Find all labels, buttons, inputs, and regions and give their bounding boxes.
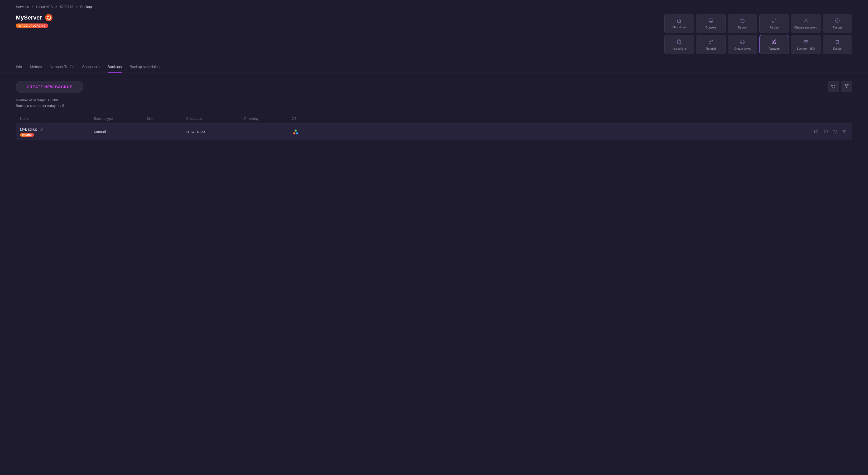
svg-point-9 — [805, 19, 807, 20]
resize-icon — [772, 18, 776, 24]
console-icon — [708, 18, 713, 24]
inline-edit-icon[interactable] — [40, 127, 43, 131]
saving-badge: SAVING — [20, 133, 34, 137]
create-ticket-button[interactable]: Create ticket — [728, 35, 757, 54]
shut-down-icon: ⏻ — [677, 19, 682, 24]
backup-table: Name Backup type Size Created at Price/d… — [16, 114, 852, 140]
breadcrumb-sep-2: > — [55, 5, 58, 9]
col-os: OS — [292, 117, 816, 121]
create-ticket-icon — [740, 39, 745, 46]
tabs-nav: Info Metrics Network Traffic Snapshots B… — [16, 62, 852, 72]
svg-marker-17 — [845, 85, 848, 88]
refresh-button[interactable] — [828, 81, 839, 92]
breadcrumb-current: Backups — [81, 5, 94, 9]
row-actions — [816, 128, 848, 136]
rebuild-icon — [708, 39, 713, 46]
breadcrumb-sep-3: > — [76, 5, 79, 9]
breadcrumb-services[interactable]: Services — [16, 5, 29, 9]
svg-line-8 — [772, 21, 774, 22]
reboot-icon — [740, 18, 745, 24]
tab-info[interactable]: Info — [16, 62, 22, 72]
top-actions: CREATE NEW BACKUP — [16, 81, 852, 93]
svg-point-16 — [804, 41, 805, 42]
boot-from-iso-button[interactable]: Boot from ISO — [791, 35, 820, 54]
change-password-label: Change password — [794, 26, 817, 29]
reboot-button[interactable]: Reboot — [728, 14, 757, 33]
filter-button[interactable] — [841, 81, 852, 92]
breadcrumb-server-id[interactable]: 5203773 — [60, 5, 73, 9]
rescue-label: Rescue — [832, 26, 842, 29]
instructions-label: Instructions — [672, 47, 686, 50]
tab-metrics[interactable]: Metrics — [30, 62, 42, 72]
console-label: Console — [706, 26, 716, 29]
table-row: MyBackup SAVING Manual 2024-07-23 — [16, 123, 852, 140]
server-info: MyServer IMAGE UPLOADING — [16, 14, 53, 28]
col-created-at: Created at — [186, 117, 244, 121]
os-icon — [292, 128, 300, 136]
rename-label: Rename — [769, 47, 780, 50]
change-password-icon — [803, 18, 808, 24]
shut-down-label: Shut down — [672, 26, 686, 29]
svg-point-2 — [50, 18, 51, 19]
ubuntu-icon — [45, 14, 53, 21]
col-backup-type: Backup type — [94, 117, 147, 121]
resize-button[interactable]: Resize — [760, 14, 789, 33]
instructions-icon — [677, 39, 682, 46]
table-header: Name Backup type Size Created at Price/d… — [16, 114, 852, 123]
delete-label: Delete — [833, 47, 842, 50]
main-layout: MyServer IMAGE UPLOADING ⏻ Shut down — [0, 11, 868, 54]
row-restore-icon[interactable] — [823, 128, 829, 136]
rebuild-label: Rebuild — [706, 47, 716, 50]
row-os — [292, 128, 816, 136]
console-button[interactable]: Console — [696, 14, 725, 33]
tab-backup-schedules[interactable]: Backup schedules — [129, 62, 160, 72]
boot-from-iso-icon — [803, 39, 808, 46]
instructions-button[interactable]: Instructions — [664, 35, 694, 54]
col-actions — [816, 117, 848, 121]
tabs-container: Info Metrics Network Traffic Snapshots B… — [0, 54, 868, 73]
rescue-icon — [835, 18, 840, 24]
server-name: MyServer — [16, 14, 42, 21]
breadcrumb-cloud-vps[interactable]: Cloud VPS — [36, 5, 53, 9]
tab-network-traffic[interactable]: Network Traffic — [50, 62, 74, 72]
row-edit-icon[interactable] — [813, 128, 819, 136]
boot-from-iso-label: Boot from ISO — [797, 47, 815, 50]
svg-point-3 — [47, 18, 48, 19]
tab-backups[interactable]: Backups — [107, 62, 122, 72]
backup-name: MyBackup — [20, 127, 37, 131]
create-backup-button[interactable]: CREATE NEW BACKUP — [16, 81, 83, 93]
svg-line-7 — [775, 19, 776, 20]
rebuild-button[interactable]: Rebuild — [696, 35, 725, 54]
tab-snapshots[interactable]: Snapshots — [82, 62, 100, 72]
shut-down-button[interactable]: ⏻ Shut down — [664, 14, 694, 33]
svg-point-15 — [807, 41, 807, 42]
image-uploading-badge: IMAGE UPLOADING — [16, 24, 48, 28]
row-created-at: 2024-07-23 — [186, 130, 244, 134]
server-name-row: MyServer — [16, 14, 53, 21]
rename-button[interactable]: Rename — [760, 35, 789, 54]
row-backup-type: Manual — [94, 130, 147, 134]
svg-point-23 — [294, 133, 295, 134]
svg-rect-4 — [709, 19, 713, 22]
row-name-top: MyBackup — [20, 127, 94, 131]
col-price-day: Price/day — [244, 117, 292, 121]
svg-point-21 — [295, 130, 296, 131]
backup-today-label: Backups created for today: 4 / 5 — [16, 104, 852, 108]
col-size: Size — [147, 117, 186, 121]
backup-count-label: Number of backups: 1 / 100 — [16, 98, 852, 102]
delete-icon — [835, 39, 840, 46]
svg-point-22 — [297, 133, 298, 134]
rename-icon — [772, 39, 776, 46]
breadcrumb: Services > Cloud VPS > 5203773 > Backups — [0, 0, 868, 11]
col-name: Name — [20, 117, 94, 121]
reboot-label: Reboot — [738, 26, 747, 29]
row-rollback-icon[interactable] — [832, 128, 838, 136]
delete-button[interactable]: Delete — [823, 35, 852, 54]
rescue-button[interactable]: Rescue — [823, 14, 852, 33]
svg-point-1 — [48, 16, 49, 17]
backup-stats: Number of backups: 1 / 100 Backups creat… — [16, 98, 852, 108]
change-password-button[interactable]: Change password — [791, 14, 820, 33]
top-icon-group — [828, 81, 852, 92]
row-name-cell: MyBackup SAVING — [20, 127, 94, 137]
row-delete-icon[interactable] — [842, 128, 848, 136]
